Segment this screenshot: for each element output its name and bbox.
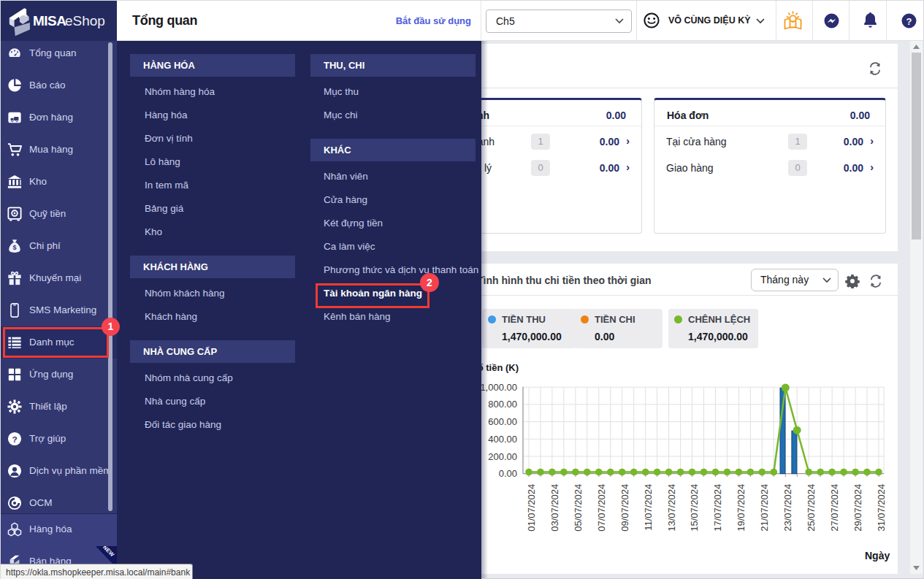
- svg-text:03/07/2024: 03/07/2024: [549, 484, 560, 532]
- svg-text:09/07/2024: 09/07/2024: [619, 484, 630, 532]
- svg-text:400.00: 400.00: [488, 434, 517, 445]
- svg-text:21/07/2024: 21/07/2024: [759, 484, 770, 532]
- svg-text:05/07/2024: 05/07/2024: [573, 484, 584, 532]
- svg-text:23/07/2024: 23/07/2024: [782, 484, 793, 532]
- svg-text:13/07/2024: 13/07/2024: [666, 484, 677, 532]
- svg-text:29/07/2024: 29/07/2024: [852, 484, 863, 532]
- svg-text:?: ?: [12, 434, 17, 445]
- svg-text:19/07/2024: 19/07/2024: [736, 484, 747, 532]
- svg-text:15/07/2024: 15/07/2024: [690, 484, 700, 532]
- svg-text:27/07/2024: 27/07/2024: [829, 484, 840, 532]
- svg-text:eShop: eShop: [65, 13, 105, 28]
- svg-text:01/07/2024: 01/07/2024: [526, 484, 537, 532]
- svg-text:0.00: 0.00: [499, 468, 517, 479]
- svg-text:31/07/2024: 31/07/2024: [876, 484, 887, 532]
- svg-text:11/07/2024: 11/07/2024: [643, 484, 654, 531]
- svg-text:MISA: MISA: [33, 13, 66, 28]
- svg-text:17/07/2024: 17/07/2024: [713, 484, 724, 532]
- svg-text:600.00: 600.00: [488, 416, 517, 427]
- svg-text:07/07/2024: 07/07/2024: [596, 484, 607, 532]
- svg-text:$: $: [12, 244, 16, 251]
- svg-text:25/07/2024: 25/07/2024: [806, 484, 817, 532]
- svg-text:?: ?: [906, 16, 912, 27]
- svg-text:200.00: 200.00: [488, 451, 517, 462]
- svg-text:800.00: 800.00: [488, 399, 517, 410]
